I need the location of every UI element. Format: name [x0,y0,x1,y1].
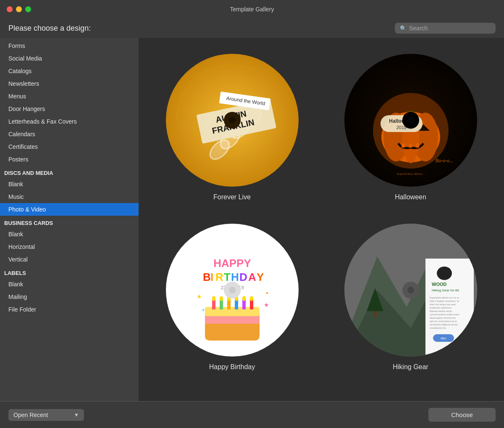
template-thumbnail: HAPPY B I R T H D A Y 22.08.2019 [165,223,299,357]
sidebar-item-bc-vertical[interactable]: Vertical [0,253,139,266]
svg-point-77 [438,267,444,273]
svg-rect-72 [374,311,376,317]
svg-text:totam hoc tempus quo apud: totam hoc tempus quo apud [430,303,456,306]
choose-button[interactable]: Choose [428,408,496,422]
open-recent-dropdown[interactable]: Open Recent ▼ [8,409,84,421]
search-icon: 🔍 [400,25,407,32]
bottom-bar: Open Recent ▼ Choose [0,401,504,428]
sidebar-item-menus[interactable]: Menus [0,90,139,103]
sidebar-category-cat-business: BUSINESS CARDS [0,216,139,228]
sidebar-item-letterheads[interactable]: Letterheads & Fax Covers [0,115,139,128]
svg-text:●: ● [202,307,205,312]
svg-point-57 [242,296,246,301]
svg-text:apos hic ut doctissimus da et: apos hic ut doctissimus da et [430,320,457,322]
sidebar-item-labels-mailing[interactable]: Mailing [0,291,139,303]
search-input[interactable] [409,25,491,32]
maximize-button[interactable] [25,6,31,12]
svg-text:Hiking Gear for All: Hiking Gear for All [432,288,459,292]
svg-point-64 [229,287,236,293]
svg-text:WOOD: WOOD [432,282,446,287]
sidebar-item-bc-blank[interactable]: Blank [0,228,139,240]
window-controls[interactable] [7,6,31,12]
svg-text:T: T [224,271,231,283]
svg-text:R: R [215,271,223,283]
window-title: Template Gallery [230,6,274,13]
sidebar-item-bc-horizontal[interactable]: Horizontal [0,240,139,253]
svg-text:commemoratione studiis nostris: commemoratione studiis nostris [430,313,459,316]
titlebar: Template Gallery [0,0,504,18]
svg-text:Italia in Angliam recepissem, : Italia in Angliam recepissem, ne [430,300,459,302]
svg-rect-22 [402,143,405,148]
svg-text:D: D [239,271,247,283]
sidebar-item-newsletters[interactable]: Newsletters [0,77,139,90]
template-card[interactable]: North America, October 2017 North Americ… [147,46,317,208]
templates-grid: North America, October 2017 North Americ… [139,38,504,401]
svg-point-58 [250,296,253,301]
sidebar-item-catalogs[interactable]: Catalogs [0,65,139,77]
sidebar-category-cat-discs: DISCS AND MEDIA [0,166,139,178]
template-name: Halloween [395,193,426,201]
svg-text:Bo-o-o...: Bo-o-o... [435,158,453,164]
template-name: Hiking Gear [393,363,428,371]
svg-text:★: ★ [197,293,202,300]
sidebar-item-labels-blank[interactable]: Blank [0,278,139,291]
template-card[interactable]: Halloween 2019 Bo-o-o... Superioribus di… [326,46,496,208]
content-area: FormsSocial MediaCatalogsNewslettersMenu… [0,38,504,401]
sidebar-item-certificates[interactable]: Certificates [0,140,139,153]
svg-text:HAPPY: HAPPY [213,257,251,269]
main-container: Please choose a design: 🔍 FormsSocial Me… [0,18,504,428]
svg-rect-24 [416,143,419,148]
svg-text:Superioribus diebus cum me ex: Superioribus diebus cum me ex [430,296,459,299]
template-name: Forever Live [213,193,251,201]
search-box[interactable]: 🔍 [395,23,496,34]
template-thumbnail: North America, October 2017 North Americ… [165,53,299,188]
close-button[interactable] [7,6,13,12]
template-thumbnail: Halloween 2019 Bo-o-o... Superioribus di… [344,53,478,188]
sidebar-item-discs-blank[interactable]: Blank [0,178,139,190]
svg-point-13 [229,117,236,124]
svg-text:aliquid agitare vel amicorum: aliquid agitare vel amicorum [430,317,456,319]
svg-text:I: I [210,271,213,283]
svg-point-53 [212,296,215,301]
template-card[interactable]: WOOD Hiking Gear for All Superioribus di… [326,216,496,378]
sidebar-item-door-hangers[interactable]: Door Hangers [0,103,139,115]
template-card[interactable]: HAPPY B I R T H D A Y 22.08.2019 [147,216,317,378]
sidebar: FormsSocial MediaCatalogsNewslettersMenu… [0,38,139,401]
sidebar-category-cat-labels: LABELS [0,266,139,278]
sidebar-item-social-media[interactable]: Social Media [0,52,139,65]
open-recent-label: Open Recent [13,412,71,418]
dropdown-arrow-icon: ▼ [74,412,79,418]
template-thumbnail: WOOD Hiking Gear for All Superioribus di… [344,223,478,357]
svg-text:A: A [248,271,256,283]
sidebar-item-posters[interactable]: Posters [0,153,139,166]
sidebar-item-discs-photo[interactable]: Photo & Video [0,203,139,216]
svg-text:disc: disc [440,336,446,340]
sidebar-item-calendars[interactable]: Calendars [0,128,139,140]
minimize-button[interactable] [16,6,22,12]
page-title: Please choose a design: [8,24,91,33]
header-row: Please choose a design: 🔍 [0,18,504,38]
svg-text:★: ★ [264,301,269,308]
svg-text:B: B [203,271,211,283]
svg-text:insidendum abuteremur: insidendum abuteremur [430,306,452,309]
sidebar-item-labels-folder[interactable]: File Folder [0,303,139,316]
svg-point-78 [444,267,450,273]
svg-rect-23 [409,144,412,148]
sidebar-item-forms[interactable]: Forms [0,40,139,52]
svg-point-54 [220,296,223,301]
template-name: Happy Birthday [209,363,255,371]
sidebar-item-discs-music[interactable]: Music [0,190,139,203]
svg-point-92 [407,287,414,293]
svg-point-31 [407,117,414,124]
svg-text:Y: Y [257,271,264,283]
svg-text:H: H [231,271,239,283]
svg-text:illiteratos fabulas narrari: illiteratos fabulas narrari [430,310,452,312]
svg-text:sanctissimis effiguram servare: sanctissimis effiguram servare [430,323,458,326]
svg-text:recordationes frai.: recordationes frai. [430,327,446,329]
svg-text:●: ● [266,291,268,295]
svg-text:Superioribus diebus...: Superioribus diebus... [396,172,425,176]
